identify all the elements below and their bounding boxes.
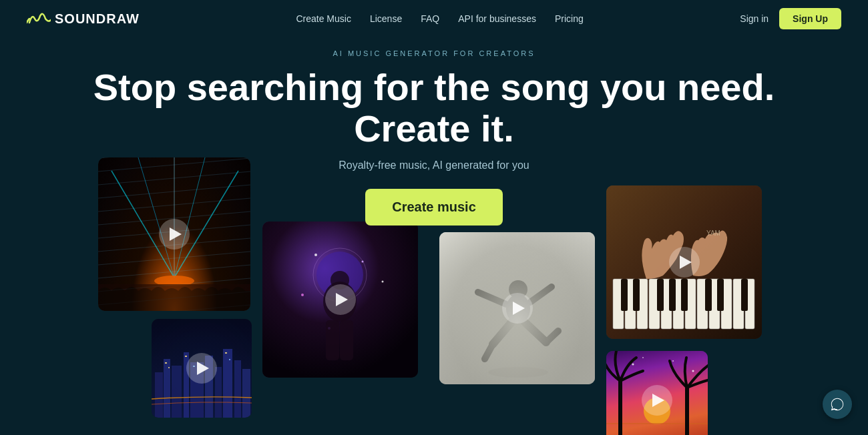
svg-point-31	[328, 327, 331, 330]
svg-rect-53	[685, 279, 696, 329]
soundraw-logo-icon	[27, 9, 51, 28]
svg-rect-23	[229, 359, 230, 360]
play-button-city[interactable]	[186, 353, 217, 384]
svg-rect-15	[223, 349, 232, 418]
svg-line-44	[546, 331, 558, 342]
create-music-button[interactable]: Create music	[365, 189, 503, 226]
svg-point-32	[323, 282, 357, 322]
svg-rect-62	[669, 279, 676, 311]
svg-point-27	[314, 254, 317, 256]
svg-point-73	[632, 364, 634, 366]
logo[interactable]: SOUNDRAW	[27, 9, 140, 28]
sign-in-link[interactable]: Sign in	[740, 13, 769, 24]
svg-point-75	[692, 370, 694, 372]
svg-rect-17	[242, 369, 250, 418]
logo-text: SOUNDRAW	[55, 11, 140, 27]
svg-rect-49	[637, 279, 648, 329]
svg-rect-52	[673, 279, 684, 329]
video-tile-sunset[interactable]	[606, 351, 708, 435]
svg-rect-24	[262, 222, 418, 378]
svg-rect-70	[606, 423, 708, 424]
sign-up-button[interactable]: Sign Up	[779, 8, 841, 29]
play-button-dancer[interactable]	[502, 293, 533, 324]
svg-rect-57	[733, 279, 744, 329]
svg-point-69	[644, 398, 670, 424]
svg-rect-65	[717, 279, 724, 311]
svg-rect-56	[721, 279, 732, 329]
svg-rect-18	[165, 362, 167, 364]
svg-rect-72	[685, 384, 689, 435]
svg-line-40	[530, 287, 552, 302]
svg-rect-63	[681, 279, 688, 311]
svg-rect-11	[184, 352, 189, 418]
svg-rect-7	[152, 319, 252, 418]
disco-bg-icon	[262, 222, 418, 378]
svg-rect-9	[164, 359, 170, 418]
hero-title-line2: Create it.	[354, 107, 514, 149]
play-button-sunset[interactable]	[642, 385, 672, 416]
hero-title: Stop searching for the song you need. Cr…	[0, 67, 868, 149]
svg-point-74	[672, 360, 674, 362]
nav-faq[interactable]: FAQ	[421, 13, 439, 24]
svg-point-29	[301, 294, 304, 296]
svg-rect-51	[661, 279, 672, 329]
svg-rect-61	[657, 279, 664, 311]
hero-section: AI MUSIC GENERATOR FOR CREATORS Stop sea…	[0, 37, 868, 226]
svg-rect-19	[168, 367, 170, 368]
svg-rect-14	[215, 367, 222, 418]
svg-point-5	[154, 276, 194, 286]
svg-rect-59	[621, 279, 628, 311]
svg-rect-66	[741, 279, 748, 311]
nav-api[interactable]: API for businesses	[458, 13, 536, 24]
sunset-bg-icon	[606, 351, 708, 435]
svg-rect-22	[225, 352, 227, 354]
svg-rect-34	[326, 320, 339, 360]
dancer-bg-icon	[439, 232, 595, 384]
nav-links: Create Music License FAQ API for busines…	[296, 13, 583, 24]
hero-description: Royalty-free music, AI generated for you	[0, 159, 868, 171]
chat-support-button[interactable]	[823, 390, 852, 419]
svg-rect-13	[205, 356, 213, 418]
svg-line-42	[485, 344, 493, 359]
svg-rect-55	[709, 279, 720, 329]
hero-title-line1: Stop searching for the song you need.	[93, 66, 775, 108]
svg-rect-16	[234, 360, 241, 418]
svg-rect-10	[172, 366, 182, 418]
svg-rect-12	[190, 362, 204, 418]
chat-icon	[830, 397, 845, 412]
hero-subtitle: AI MUSIC GENERATOR FOR CREATORS	[0, 49, 868, 57]
svg-point-76	[642, 357, 644, 358]
svg-line-43	[525, 322, 546, 342]
nav-license[interactable]: License	[370, 13, 402, 24]
svg-rect-64	[705, 279, 712, 311]
svg-rect-21	[193, 366, 195, 367]
svg-point-45	[488, 367, 548, 378]
video-tile-dancer[interactable]	[439, 232, 595, 384]
svg-rect-20	[185, 356, 187, 357]
nav-pricing[interactable]: Pricing	[555, 13, 584, 24]
svg-rect-47	[613, 279, 624, 329]
svg-point-28	[362, 261, 364, 263]
svg-rect-71	[618, 378, 622, 435]
play-button-disco[interactable]	[325, 284, 356, 315]
svg-rect-60	[633, 279, 640, 311]
svg-point-25	[313, 248, 367, 302]
nav-create-music[interactable]: Create Music	[296, 13, 351, 24]
svg-line-39	[478, 292, 506, 304]
video-tile-city[interactable]	[152, 319, 252, 418]
video-tile-disco[interactable]	[262, 222, 418, 378]
svg-point-26	[316, 252, 363, 298]
nav-right: Sign in Sign Up	[740, 8, 841, 29]
svg-line-41	[493, 322, 511, 344]
svg-rect-48	[625, 279, 636, 329]
svg-rect-8	[155, 372, 163, 418]
svg-rect-68	[606, 351, 708, 435]
svg-point-30	[382, 281, 384, 283]
svg-rect-6	[98, 284, 250, 311]
play-button-piano[interactable]	[669, 247, 700, 278]
navbar: SOUNDRAW Create Music License FAQ API fo…	[0, 0, 868, 37]
svg-rect-50	[649, 279, 660, 329]
svg-point-33	[331, 271, 349, 290]
svg-point-38	[509, 280, 527, 299]
svg-rect-54	[697, 279, 708, 329]
